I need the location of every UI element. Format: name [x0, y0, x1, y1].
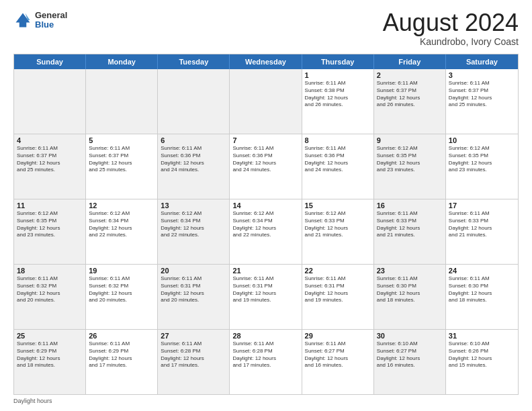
day-number: 15 — [305, 201, 371, 210]
day-cell-19: 19Sunrise: 6:11 AM Sunset: 6:32 PM Dayli… — [86, 265, 158, 329]
week-row-2: 4Sunrise: 6:11 AM Sunset: 6:37 PM Daylig… — [14, 134, 518, 199]
day-info: Sunrise: 6:11 AM Sunset: 6:27 PM Dayligh… — [305, 340, 371, 369]
footer-note: Daylight hours — [13, 398, 519, 404]
day-cell-15: 15Sunrise: 6:12 AM Sunset: 6:33 PM Dayli… — [302, 199, 374, 264]
day-header-wednesday: Wednesday — [230, 54, 302, 69]
empty-cell — [86, 69, 158, 134]
empty-cell — [230, 69, 302, 134]
day-info: Sunrise: 6:11 AM Sunset: 6:32 PM Dayligh… — [17, 275, 83, 304]
day-number: 4 — [17, 136, 83, 144]
day-cell-20: 20Sunrise: 6:11 AM Sunset: 6:31 PM Dayli… — [158, 265, 230, 329]
day-number: 3 — [449, 71, 515, 79]
day-number: 7 — [232, 136, 298, 144]
day-cell-30: 30Sunrise: 6:10 AM Sunset: 6:27 PM Dayli… — [374, 330, 446, 394]
day-number: 12 — [89, 201, 154, 210]
day-number: 24 — [449, 267, 515, 275]
day-info: Sunrise: 6:11 AM Sunset: 6:28 PM Dayligh… — [161, 340, 226, 369]
day-info: Sunrise: 6:12 AM Sunset: 6:34 PM Dayligh… — [161, 210, 226, 239]
day-cell-25: 25Sunrise: 6:11 AM Sunset: 6:29 PM Dayli… — [14, 330, 86, 394]
day-number: 14 — [232, 201, 298, 210]
day-info: Sunrise: 6:11 AM Sunset: 6:29 PM Dayligh… — [17, 340, 83, 369]
week-row-1: 1Sunrise: 6:11 AM Sunset: 6:38 PM Daylig… — [14, 69, 518, 134]
location-subtitle: Kaundrobo, Ivory Coast — [383, 36, 519, 47]
day-cell-6: 6Sunrise: 6:11 AM Sunset: 6:36 PM Daylig… — [158, 134, 230, 199]
day-cell-24: 24Sunrise: 6:11 AM Sunset: 6:30 PM Dayli… — [446, 265, 518, 329]
day-number: 8 — [305, 136, 371, 144]
day-info: Sunrise: 6:12 AM Sunset: 6:33 PM Dayligh… — [305, 210, 371, 239]
day-cell-4: 4Sunrise: 6:11 AM Sunset: 6:37 PM Daylig… — [14, 134, 86, 199]
day-number: 2 — [377, 71, 443, 79]
day-info: Sunrise: 6:11 AM Sunset: 6:38 PM Dayligh… — [305, 80, 371, 109]
day-cell-7: 7Sunrise: 6:11 AM Sunset: 6:36 PM Daylig… — [230, 134, 302, 199]
day-info: Sunrise: 6:12 AM Sunset: 6:35 PM Dayligh… — [17, 210, 83, 239]
day-info: Sunrise: 6:11 AM Sunset: 6:32 PM Dayligh… — [89, 275, 154, 304]
day-number: 29 — [305, 332, 371, 340]
day-cell-8: 8Sunrise: 6:11 AM Sunset: 6:36 PM Daylig… — [302, 134, 374, 199]
day-cell-23: 23Sunrise: 6:11 AM Sunset: 6:30 PM Dayli… — [374, 265, 446, 329]
day-number: 11 — [17, 201, 83, 210]
day-info: Sunrise: 6:11 AM Sunset: 6:31 PM Dayligh… — [232, 275, 298, 304]
day-info: Sunrise: 6:12 AM Sunset: 6:35 PM Dayligh… — [377, 145, 443, 174]
week-row-4: 18Sunrise: 6:11 AM Sunset: 6:32 PM Dayli… — [14, 265, 518, 330]
day-cell-11: 11Sunrise: 6:12 AM Sunset: 6:35 PM Dayli… — [14, 199, 86, 264]
day-info: Sunrise: 6:11 AM Sunset: 6:36 PM Dayligh… — [161, 145, 226, 174]
day-info: Sunrise: 6:11 AM Sunset: 6:28 PM Dayligh… — [232, 340, 298, 369]
day-header-friday: Friday — [374, 54, 446, 69]
day-number: 25 — [17, 332, 83, 340]
day-cell-1: 1Sunrise: 6:11 AM Sunset: 6:38 PM Daylig… — [302, 69, 374, 134]
week-row-3: 11Sunrise: 6:12 AM Sunset: 6:35 PM Dayli… — [14, 199, 518, 265]
day-info: Sunrise: 6:11 AM Sunset: 6:31 PM Dayligh… — [161, 275, 226, 304]
day-cell-27: 27Sunrise: 6:11 AM Sunset: 6:28 PM Dayli… — [158, 330, 230, 394]
title-area: August 2024 Kaundrobo, Ivory Coast — [383, 11, 519, 47]
day-number: 22 — [305, 267, 371, 275]
day-cell-14: 14Sunrise: 6:12 AM Sunset: 6:34 PM Dayli… — [230, 199, 302, 264]
empty-cell — [158, 69, 230, 134]
day-info: Sunrise: 6:10 AM Sunset: 6:27 PM Dayligh… — [377, 340, 443, 369]
day-number: 17 — [449, 201, 515, 210]
day-number: 1 — [305, 71, 371, 79]
day-number: 19 — [89, 267, 154, 275]
day-cell-10: 10Sunrise: 6:12 AM Sunset: 6:35 PM Dayli… — [446, 134, 518, 199]
day-number: 27 — [161, 332, 226, 340]
day-header-monday: Monday — [86, 54, 158, 69]
day-number: 6 — [161, 136, 226, 144]
day-cell-17: 17Sunrise: 6:11 AM Sunset: 6:33 PM Dayli… — [446, 199, 518, 264]
page: General Blue August 2024 Kaundrobo, Ivor… — [0, 0, 532, 411]
month-title: August 2024 — [383, 11, 519, 35]
day-cell-16: 16Sunrise: 6:11 AM Sunset: 6:33 PM Dayli… — [374, 199, 446, 264]
day-number: 23 — [377, 267, 443, 275]
day-cell-21: 21Sunrise: 6:11 AM Sunset: 6:31 PM Dayli… — [230, 265, 302, 329]
day-number: 26 — [89, 332, 154, 340]
day-header-sunday: Sunday — [14, 54, 86, 69]
day-number: 16 — [377, 201, 443, 210]
day-number: 30 — [377, 332, 443, 340]
day-number: 5 — [89, 136, 154, 144]
day-cell-28: 28Sunrise: 6:11 AM Sunset: 6:28 PM Dayli… — [230, 330, 302, 394]
day-info: Sunrise: 6:11 AM Sunset: 6:37 PM Dayligh… — [377, 80, 443, 109]
day-info: Sunrise: 6:10 AM Sunset: 6:26 PM Dayligh… — [449, 340, 515, 369]
day-info: Sunrise: 6:12 AM Sunset: 6:35 PM Dayligh… — [449, 145, 515, 174]
day-header-thursday: Thursday — [302, 54, 374, 69]
calendar-header: SundayMondayTuesdayWednesdayThursdayFrid… — [14, 54, 518, 69]
day-cell-29: 29Sunrise: 6:11 AM Sunset: 6:27 PM Dayli… — [302, 330, 374, 394]
day-cell-9: 9Sunrise: 6:12 AM Sunset: 6:35 PM Daylig… — [374, 134, 446, 199]
day-cell-18: 18Sunrise: 6:11 AM Sunset: 6:32 PM Dayli… — [14, 265, 86, 329]
logo-general-text: General — [35, 11, 67, 20]
logo-text: General Blue — [35, 11, 67, 30]
day-cell-31: 31Sunrise: 6:10 AM Sunset: 6:26 PM Dayli… — [446, 330, 518, 394]
header: General Blue August 2024 Kaundrobo, Ivor… — [13, 11, 519, 47]
calendar-body: 1Sunrise: 6:11 AM Sunset: 6:38 PM Daylig… — [14, 69, 518, 394]
day-info: Sunrise: 6:11 AM Sunset: 6:36 PM Dayligh… — [305, 145, 371, 174]
day-number: 13 — [161, 201, 226, 210]
day-number: 9 — [377, 136, 443, 144]
day-info: Sunrise: 6:11 AM Sunset: 6:30 PM Dayligh… — [377, 275, 443, 304]
day-header-saturday: Saturday — [446, 54, 518, 69]
day-number: 10 — [449, 136, 515, 144]
week-row-5: 25Sunrise: 6:11 AM Sunset: 6:29 PM Dayli… — [14, 330, 518, 394]
day-number: 18 — [17, 267, 83, 275]
day-info: Sunrise: 6:12 AM Sunset: 6:34 PM Dayligh… — [232, 210, 298, 239]
day-info: Sunrise: 6:11 AM Sunset: 6:37 PM Dayligh… — [17, 145, 83, 174]
day-info: Sunrise: 6:11 AM Sunset: 6:30 PM Dayligh… — [449, 275, 515, 304]
day-number: 21 — [232, 267, 298, 275]
day-number: 20 — [161, 267, 226, 275]
